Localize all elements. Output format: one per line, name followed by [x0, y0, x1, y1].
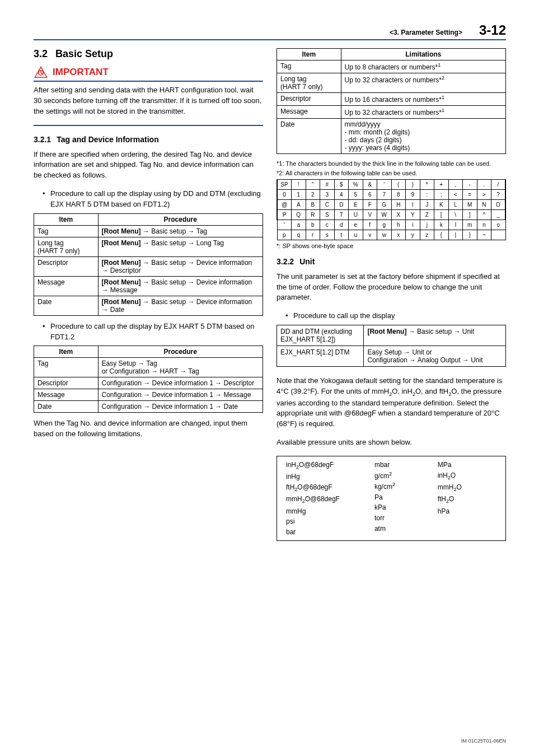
th-item: Item [34, 346, 99, 358]
char-cell: } [463, 230, 477, 240]
char-cell: m [463, 220, 477, 230]
table-pressure-units: inH2O@68degFinHgftH2O@68degFmmH2O@68degF… [277, 456, 506, 541]
th-item: Item [277, 49, 341, 60]
char-cell: u [349, 230, 363, 240]
char-cell: S [320, 209, 335, 220]
char-cell: [ [434, 209, 449, 220]
important-row: IMPORTANT [34, 66, 263, 78]
char-cell: | [448, 230, 463, 240]
table-cell: Message [34, 276, 99, 296]
th-limitations: Limitations [341, 49, 505, 60]
char-cell: Q [292, 209, 306, 220]
table-cell: Tag [34, 225, 99, 237]
char-cell: < [448, 189, 463, 199]
char-cell: & [363, 179, 377, 189]
footnote-2: *2: All characters in the following tabl… [277, 169, 506, 178]
unit-cell: Easy Setup → Unit orConfiguration → Anal… [364, 346, 506, 367]
table-cell: Easy Setup → Tagor Configuration → HART … [98, 358, 263, 377]
char-cell: ^ [477, 209, 491, 220]
table-cell: Up to 8 characters or numbers*1 [341, 60, 505, 73]
unit-cell: [Root Menu] → Basic setup → Unit [364, 325, 506, 346]
char-cell: : [420, 189, 434, 199]
char-cell: A [292, 199, 306, 209]
h3-tag-device: 3.2.1Tag and Device Information [34, 135, 263, 144]
char-cell [491, 230, 506, 240]
char-cell: $ [334, 179, 349, 189]
footer-docid: IM 01C25T01-06EN [461, 738, 506, 744]
pressure-col-1: inH2O@68degFinHgftH2O@68degFmmH2O@68degF… [286, 460, 374, 537]
char-cell: 7 [377, 189, 392, 199]
char-cell: d [334, 220, 349, 230]
table-cell: Long tag(HART 7 only) [277, 73, 341, 93]
char-cell: N [477, 199, 491, 209]
bullet-3: Procedure to call up the display [277, 311, 506, 321]
table-cell: Descriptor [277, 93, 341, 106]
table-cell: [Root Menu] → Basic setup → Long Tag [98, 237, 263, 256]
table-cell: Configuration → Device information 1 → D… [98, 377, 263, 389]
char-cell: T [334, 209, 349, 220]
char-cell: H [391, 199, 406, 209]
char-cell: Y [406, 209, 420, 220]
char-cell: V [363, 209, 377, 220]
char-cell: % [349, 179, 363, 189]
bullet-1: Procedure to call up the display using b… [34, 189, 263, 210]
para-available: Available pressure units are shown below… [277, 437, 506, 448]
unit-cell: DD and DTM (excluding EJX_HART 5[1.2]) [277, 325, 364, 346]
char-cell: p [277, 230, 292, 240]
char-cell: 2 [306, 189, 320, 199]
char-cell: l [448, 220, 463, 230]
para-limitations: When the Tag No. and device information … [34, 418, 263, 440]
char-cell: c [320, 220, 335, 230]
char-cell: F [363, 199, 377, 209]
char-cell: E [349, 199, 363, 209]
char-cell: a [292, 220, 306, 230]
page-header: <3. Parameter Setting> 3-12 [34, 22, 506, 40]
table-cell: Configuration → Device information 1 → D… [98, 401, 263, 413]
sp-note: *: SP shows one-byte space [277, 242, 506, 249]
char-cell: J [420, 199, 434, 209]
char-cell: O [491, 199, 506, 209]
table-limitations: Item Limitations TagUp to 8 characters o… [277, 48, 506, 154]
char-cell: z [420, 230, 434, 240]
table-cell: Up to 32 characters or numbers*2 [341, 73, 505, 93]
table-cell: Date [277, 119, 341, 154]
important-bar-top [34, 81, 263, 82]
table-cell: Message [277, 106, 341, 119]
char-cell: n [477, 220, 491, 230]
char-cell: 9 [406, 189, 420, 199]
th-item: Item [34, 213, 99, 225]
char-cell: ! [292, 179, 306, 189]
char-cell: K [434, 199, 449, 209]
header-page: 3-12 [479, 22, 506, 38]
char-cell: R [306, 209, 320, 220]
table-cell: Tag [34, 358, 99, 377]
char-cell: , [448, 179, 463, 189]
important-paragraph: After setting and sending data with the … [34, 85, 263, 117]
char-cell: X [391, 209, 406, 220]
char-cell: SP [277, 179, 292, 189]
char-cell: g [377, 220, 392, 230]
table-cell: Date [34, 296, 99, 315]
char-cell: y [406, 230, 420, 240]
char-cell: w [377, 230, 392, 240]
char-cell: { [434, 230, 449, 240]
char-cell: M [463, 199, 477, 209]
char-cell: - [463, 179, 477, 189]
table-cell: Tag [277, 60, 341, 73]
table-cell: [Root Menu] → Basic setup → Device infor… [98, 256, 263, 276]
important-label: IMPORTANT [53, 67, 109, 78]
char-cell: o [491, 220, 506, 230]
table-cell: Long tag(HART 7 only) [34, 237, 99, 256]
table-unit-procedure: DD and DTM (excluding EJX_HART 5[1.2]) [… [277, 325, 506, 367]
th-procedure: Procedure [98, 346, 263, 358]
char-cell: + [434, 179, 449, 189]
char-cell: v [363, 230, 377, 240]
right-column: Item Limitations TagUp to 8 characters o… [277, 48, 506, 541]
char-table: SP!"#$%&'()*+,-./0123456789:;<=>?@ABCDEF… [277, 179, 506, 240]
char-cell: ' [277, 220, 292, 230]
para-tag-device: If there are specified when ordering, th… [34, 150, 263, 181]
char-cell: ( [391, 179, 406, 189]
char-cell: " [306, 179, 320, 189]
warning-icon [34, 66, 48, 78]
important-bar-bottom [34, 125, 263, 126]
